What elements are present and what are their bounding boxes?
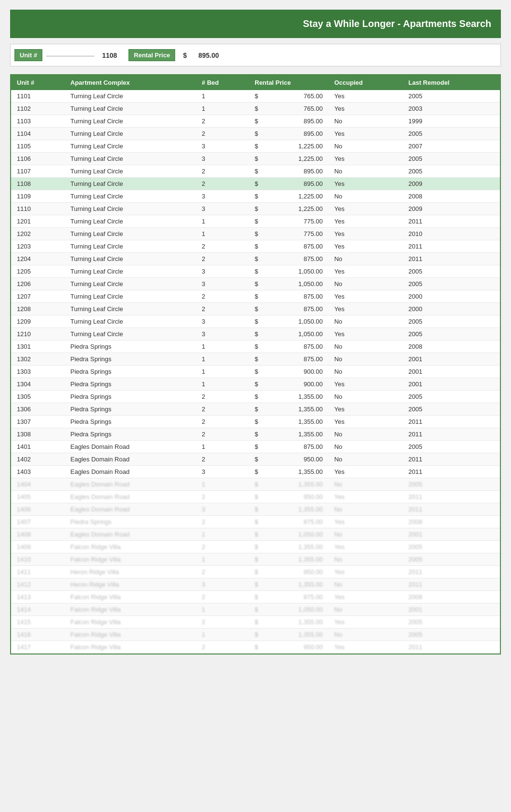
- cell-unit: 1304: [11, 378, 64, 391]
- cell-beds: 2: [196, 616, 249, 629]
- cell-beds: 3: [196, 315, 249, 328]
- table-row: 1404 Eagles Domain Road 1 $ 1,355.00 No …: [11, 478, 500, 491]
- cell-price: 950.00: [259, 453, 328, 466]
- cell-dollar: $: [249, 566, 259, 578]
- cell-price: 1,355.00: [259, 578, 328, 591]
- cell-complex: Eagles Domain Road: [64, 466, 196, 478]
- cell-dollar: $: [249, 629, 259, 641]
- cell-price: 875.00: [259, 353, 328, 366]
- cell-price: 1,225.00: [259, 140, 328, 153]
- cell-remodel: 2005: [403, 90, 500, 103]
- cell-remodel: 2008: [403, 591, 500, 603]
- results-table: Unit # Apartment Complex # Bed Rental Pr…: [11, 75, 500, 654]
- price-value: 895.00: [194, 51, 223, 60]
- cell-dollar: $: [249, 165, 259, 178]
- table-row: 1405 Eagles Domain Road 2 $ 950.00 Yes 2…: [11, 491, 500, 503]
- cell-complex: Piedra Springs: [64, 516, 196, 528]
- cell-beds: 1: [196, 603, 249, 616]
- cell-dollar: $: [249, 516, 259, 528]
- cell-dollar: $: [249, 428, 259, 441]
- cell-dollar: $: [249, 178, 259, 190]
- table-row: 1402 Eagles Domain Road 2 $ 950.00 No 20…: [11, 453, 500, 466]
- cell-occupied: No: [329, 453, 403, 466]
- col-header-price: Rental Price: [249, 75, 328, 90]
- table-row: 1201 Turning Leaf Circle 1 $ 775.00 Yes …: [11, 215, 500, 228]
- table-row: 1108 Turning Leaf Circle 2 $ 895.00 Yes …: [11, 178, 500, 190]
- cell-complex: Falcon Ridge Villa: [64, 616, 196, 629]
- cell-dollar: $: [249, 203, 259, 215]
- cell-complex: Piedra Springs: [64, 378, 196, 391]
- cell-complex: Piedra Springs: [64, 403, 196, 416]
- cell-beds: 3: [196, 578, 249, 591]
- cell-beds: 2: [196, 428, 249, 441]
- cell-price: 950.00: [259, 641, 328, 654]
- cell-unit: 1104: [11, 128, 64, 140]
- cell-occupied: Yes: [329, 240, 403, 253]
- table-row: 1416 Falcon Ridge Villa 1 $ 1,355.00 No …: [11, 629, 500, 641]
- table-row: 1203 Turning Leaf Circle 2 $ 875.00 Yes …: [11, 240, 500, 253]
- cell-dollar: $: [249, 553, 259, 566]
- cell-remodel: 2011: [403, 566, 500, 578]
- cell-complex: Turning Leaf Circle: [64, 153, 196, 165]
- cell-unit: 1307: [11, 416, 64, 428]
- cell-price: 900.00: [259, 366, 328, 378]
- cell-complex: Piedra Springs: [64, 353, 196, 366]
- cell-remodel: 2011: [403, 428, 500, 441]
- table-row: 1401 Eagles Domain Road 1 $ 875.00 No 20…: [11, 441, 500, 453]
- table-row: 1101 Turning Leaf Circle 1 $ 765.00 Yes …: [11, 90, 500, 103]
- cell-unit: 1404: [11, 478, 64, 491]
- cell-price: 1,355.00: [259, 466, 328, 478]
- cell-remodel: 2001: [403, 353, 500, 366]
- cell-price: 1,050.00: [259, 315, 328, 328]
- cell-dollar: $: [249, 378, 259, 391]
- cell-price: 1,355.00: [259, 403, 328, 416]
- cell-complex: Heron Ridge Villa: [64, 566, 196, 578]
- cell-complex: Piedra Springs: [64, 341, 196, 353]
- cell-price: 1,050.00: [259, 278, 328, 290]
- cell-occupied: Yes: [329, 228, 403, 240]
- unit-value: 1108: [98, 51, 121, 60]
- cell-beds: 3: [196, 466, 249, 478]
- cell-remodel: 2005: [403, 629, 500, 641]
- cell-beds: 1: [196, 478, 249, 491]
- cell-occupied: No: [329, 391, 403, 403]
- cell-occupied: Yes: [329, 153, 403, 165]
- cell-unit: 1102: [11, 103, 64, 115]
- cell-beds: 1: [196, 90, 249, 103]
- cell-beds: 2: [196, 391, 249, 403]
- cell-beds: 1: [196, 228, 249, 240]
- cell-beds: 3: [196, 503, 249, 516]
- cell-beds: 1: [196, 378, 249, 391]
- cell-occupied: No: [329, 278, 403, 290]
- cell-price: 1,050.00: [259, 328, 328, 341]
- cell-unit: 1306: [11, 403, 64, 416]
- cell-occupied: Yes: [329, 641, 403, 654]
- cell-occupied: Yes: [329, 616, 403, 629]
- cell-dollar: $: [249, 265, 259, 278]
- cell-dollar: $: [249, 478, 259, 491]
- table-row: 1105 Turning Leaf Circle 3 $ 1,225.00 No…: [11, 140, 500, 153]
- cell-occupied: No: [329, 353, 403, 366]
- cell-beds: 2: [196, 541, 249, 553]
- cell-complex: Turning Leaf Circle: [64, 303, 196, 315]
- cell-remodel: 2001: [403, 528, 500, 541]
- cell-occupied: No: [329, 629, 403, 641]
- cell-unit: 1208: [11, 303, 64, 315]
- cell-beds: 1: [196, 341, 249, 353]
- cell-complex: Turning Leaf Circle: [64, 315, 196, 328]
- cell-price: 775.00: [259, 228, 328, 240]
- cell-unit: 1414: [11, 603, 64, 616]
- cell-beds: 3: [196, 140, 249, 153]
- cell-remodel: 2011: [403, 240, 500, 253]
- cell-complex: Piedra Springs: [64, 391, 196, 403]
- cell-occupied: No: [329, 190, 403, 203]
- cell-occupied: Yes: [329, 541, 403, 553]
- cell-complex: Turning Leaf Circle: [64, 253, 196, 265]
- cell-complex: Turning Leaf Circle: [64, 290, 196, 303]
- unit-input-underline[interactable]: [46, 54, 94, 56]
- cell-remodel: 2011: [403, 215, 500, 228]
- cell-complex: Eagles Domain Road: [64, 491, 196, 503]
- cell-remodel: 2005: [403, 616, 500, 629]
- cell-dollar: $: [249, 341, 259, 353]
- cell-occupied: Yes: [329, 403, 403, 416]
